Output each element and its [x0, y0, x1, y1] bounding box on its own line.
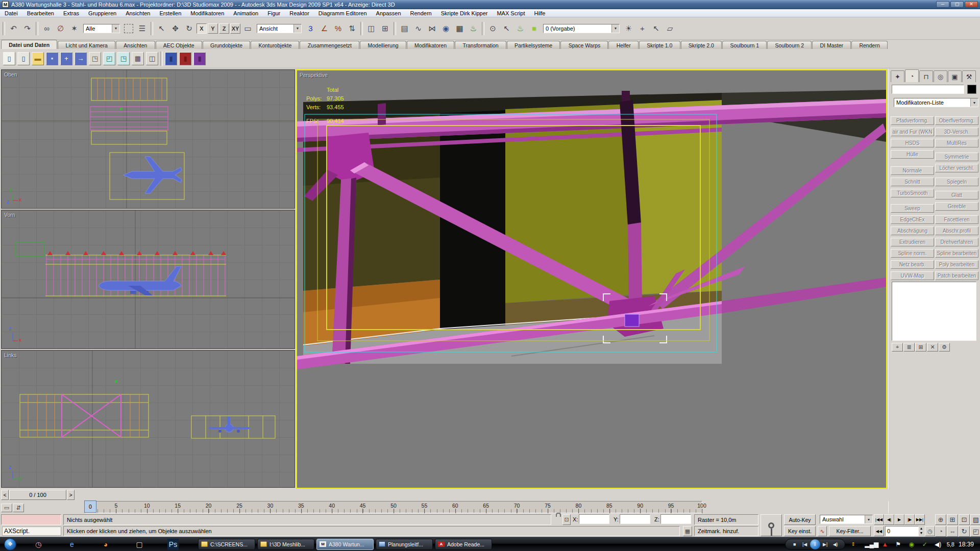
motion-tab-icon[interactable]: ◎ [934, 70, 947, 82]
fov-icon[interactable]: ◔ [935, 526, 946, 537]
media-next-button[interactable]: ▶| [820, 540, 830, 548]
modifier-button[interactable]: HSDS [891, 139, 934, 147]
shelf-tab[interactable]: Space Warps [560, 41, 608, 49]
menu-item[interactable]: Skripte Dirk Kipper [436, 9, 493, 17]
modifier-button[interactable]: Abschr.profil [935, 227, 978, 235]
viewport-label[interactable]: Vorn [4, 212, 15, 218]
save-as-icon[interactable]: → [75, 52, 87, 65]
snap-3d-icon[interactable]: 3 [304, 22, 317, 35]
time-tag-cube-icon[interactable]: ▦ [683, 526, 692, 536]
modifier-button[interactable]: Schnitt [891, 178, 934, 186]
next-frame-button[interactable]: |▶ [904, 514, 915, 525]
shelf-tab[interactable]: Helfer [608, 41, 638, 49]
render-teapot-icon[interactable]: ♨ [514, 22, 527, 35]
modifier-button[interactable]: TurboSmooth [891, 189, 934, 197]
time-slider-display[interactable]: 0 / 100 [9, 490, 66, 500]
top-viewport[interactable]: Oben y [1, 69, 295, 209]
modifier-button[interactable]: air and Fur (WKN [891, 128, 934, 136]
hold-icon[interactable]: ◳ [89, 52, 101, 65]
shelf-tab[interactable]: Modifikatoren [407, 41, 454, 49]
menu-item[interactable]: Hilfe [529, 9, 550, 17]
modifier-button[interactable]: Hülle [891, 150, 934, 159]
material-editor-icon[interactable]: ◉ [439, 22, 452, 35]
modifier-button[interactable]: EdgeChEx [891, 215, 934, 224]
select-link-icon[interactable]: ∞ [40, 22, 53, 35]
maxscript-mini-listener[interactable] [1, 514, 61, 525]
viewport-label[interactable]: Perspektive [300, 72, 328, 78]
shelf-tab[interactable]: DI Master [812, 41, 851, 49]
schematic-view-icon[interactable]: ⋈ [426, 22, 438, 35]
menu-item[interactable]: Datei [0, 9, 22, 17]
close-button[interactable]: ✕ [965, 1, 978, 8]
modifier-button[interactable]: Spiegeln [935, 178, 978, 186]
modifier-button[interactable]: Poly bearbeiten [935, 260, 978, 269]
track-bar[interactable]: 5101520253035404550556065707580859095100 [85, 501, 702, 513]
angle-snap-icon[interactable]: ∠ [318, 22, 331, 35]
modifier-button[interactable]: Extrudieren [891, 238, 934, 246]
flag-tray-icon[interactable]: ⚑ [893, 539, 903, 549]
select-object-icon[interactable]: ↖ [155, 22, 168, 35]
set-key-big-button[interactable] [761, 514, 782, 536]
shelf-tab[interactable]: Transformation [455, 41, 506, 49]
select-by-name-icon[interactable]: ☰ [136, 22, 149, 35]
task-button[interactable]: I:\3D Meshlib... [257, 539, 314, 550]
prev-frame-button[interactable]: ◀| [884, 514, 894, 525]
photoshop-icon[interactable]: Ps [167, 539, 179, 550]
menu-item[interactable]: Reaktor [285, 9, 314, 17]
modifier-button[interactable]: Löcher verschl. [935, 164, 978, 172]
hierarchy-tab-icon[interactable]: ⊓ [919, 70, 933, 82]
zoom-icon[interactable]: ⊕ [935, 514, 946, 525]
shelf-tab[interactable]: Datei und Daten [1, 40, 57, 49]
prev-frame-arrow[interactable]: < [1, 490, 9, 500]
undo-icon[interactable]: ↶ [7, 22, 20, 35]
perspective-viewport[interactable]: Perspektive Total Polys:97.305 Verts:93.… [296, 69, 887, 489]
next-frame-arrow[interactable]: > [67, 490, 75, 500]
modifier-button[interactable]: 3D-Versch. [935, 128, 978, 136]
modifier-button[interactable]: Sweep [891, 204, 934, 213]
utilities-tab-icon[interactable]: ⚒ [962, 70, 976, 82]
menu-item[interactable]: Animation [229, 9, 263, 17]
title-bar[interactable]: M A380 Wartungshalle 3 - Stahl- und Rohb… [0, 0, 980, 9]
task-button[interactable]: Planungsleitf... [376, 539, 433, 550]
chevron-down-icon[interactable]: ▼ [611, 24, 619, 33]
chevron-down-icon[interactable]: ▼ [970, 98, 978, 107]
menu-item[interactable]: Modifikatoren [186, 9, 229, 17]
modifier-button[interactable]: Pfadverformg. [891, 116, 934, 125]
select-scale-icon[interactable]: ▭ [241, 22, 254, 35]
quick-render-icon[interactable]: ♨ [467, 22, 480, 35]
absolute-offset-toggle[interactable]: ⊡ [562, 514, 571, 525]
menu-item[interactable]: Anpassen [372, 9, 406, 17]
show-end-result-icon[interactable]: ≣ [903, 343, 915, 352]
media-pause-button[interactable]: ‖ [810, 539, 820, 549]
set-key-button[interactable]: Key einst. [784, 526, 816, 536]
menu-item[interactable]: Figur [263, 9, 285, 17]
save-plus-icon[interactable]: + [60, 52, 72, 65]
shelf-tab[interactable]: Konturobjekte [251, 41, 299, 49]
spinner-snap-icon[interactable]: ⇅ [346, 22, 358, 35]
task-button[interactable]: M A380 Wartun... [316, 539, 374, 550]
clock-quick-icon[interactable]: ◷ [33, 539, 44, 550]
modifier-button[interactable]: Symmetrie [935, 153, 978, 161]
open-scene-icon[interactable]: ▯ [17, 52, 30, 65]
y-coord-field[interactable] [620, 514, 650, 524]
layer-manager-icon[interactable]: ▤ [398, 22, 411, 35]
shelf-tab[interactable]: Skripte 2.0 [681, 41, 722, 49]
front-viewport[interactable]: Vorn [1, 210, 295, 349]
select-cursor-icon[interactable]: ↖ [500, 22, 513, 35]
shelf-tab[interactable]: Grundobjekte [203, 41, 250, 49]
modifier-button[interactable]: MultiRes [935, 139, 978, 147]
pan-icon[interactable]: ⇔ [947, 526, 958, 537]
maxscript-listener-label[interactable]: AXScript. [2, 527, 61, 536]
layer-color-swatch[interactable]: ■ [528, 22, 541, 35]
open-folder-icon[interactable]: ▬ [32, 52, 44, 65]
menu-item[interactable]: Gruppieren [84, 9, 121, 17]
shelf-tab[interactable]: Ansichten [116, 41, 155, 49]
axis-constraint-button[interactable]: Y [208, 23, 218, 34]
play-button[interactable]: ▶ [894, 514, 904, 525]
modify-tab-icon[interactable]: ◔ [905, 69, 919, 82]
light-icon[interactable]: ☀ [622, 22, 635, 35]
modifier-list-select[interactable]: Modifikatoren-Liste ▼ [894, 98, 978, 107]
reference-coordinate-select[interactable]: Ansicht ▼ [257, 24, 302, 33]
export-icon[interactable]: ◳ [117, 52, 130, 65]
modifier-button[interactable]: Greeble [935, 202, 978, 211]
